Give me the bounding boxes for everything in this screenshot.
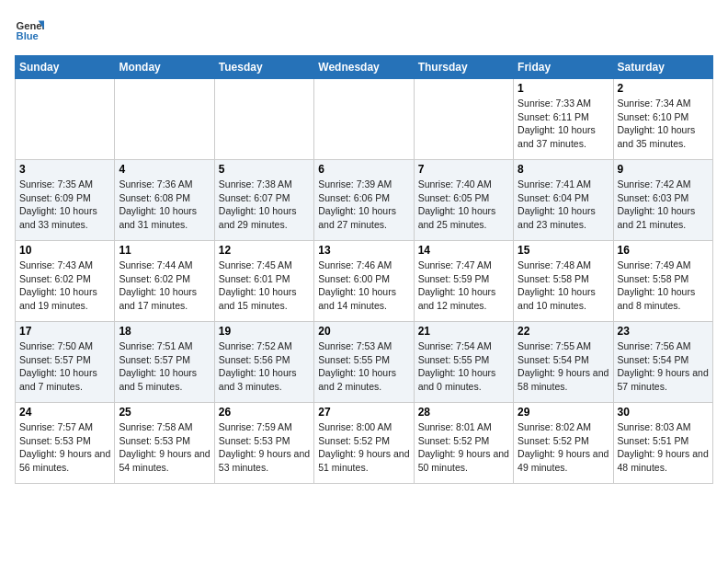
day-cell: 1Sunrise: 7:33 AM Sunset: 6:11 PM Daylig… bbox=[514, 79, 613, 160]
weekday-header-saturday: Saturday bbox=[613, 56, 712, 79]
day-cell: 29Sunrise: 8:02 AM Sunset: 5:52 PM Dayli… bbox=[514, 403, 613, 484]
day-number: 28 bbox=[418, 406, 509, 419]
day-cell: 28Sunrise: 8:01 AM Sunset: 5:52 PM Dayli… bbox=[414, 403, 513, 484]
week-row-5: 24Sunrise: 7:57 AM Sunset: 5:53 PM Dayli… bbox=[16, 403, 713, 484]
day-number: 6 bbox=[318, 163, 409, 176]
day-cell: 3Sunrise: 7:35 AM Sunset: 6:09 PM Daylig… bbox=[16, 160, 115, 241]
day-info: Sunrise: 8:02 AM Sunset: 5:52 PM Dayligh… bbox=[518, 420, 609, 475]
day-info: Sunrise: 7:59 AM Sunset: 5:53 PM Dayligh… bbox=[219, 420, 310, 475]
week-row-2: 3Sunrise: 7:35 AM Sunset: 6:09 PM Daylig… bbox=[16, 160, 713, 241]
day-number: 4 bbox=[119, 163, 210, 176]
day-info: Sunrise: 7:56 AM Sunset: 5:54 PM Dayligh… bbox=[618, 339, 709, 394]
weekday-header-wednesday: Wednesday bbox=[314, 56, 414, 79]
day-info: Sunrise: 7:42 AM Sunset: 6:03 PM Dayligh… bbox=[618, 178, 709, 232]
day-number: 2 bbox=[618, 82, 709, 95]
day-cell: 26Sunrise: 7:59 AM Sunset: 5:53 PM Dayli… bbox=[214, 403, 313, 484]
day-info: Sunrise: 7:49 AM Sunset: 5:58 PM Dayligh… bbox=[618, 259, 709, 313]
day-number: 10 bbox=[19, 244, 110, 257]
day-number: 5 bbox=[219, 163, 310, 176]
day-cell: 5Sunrise: 7:38 AM Sunset: 6:07 PM Daylig… bbox=[214, 160, 313, 241]
day-cell: 20Sunrise: 7:53 AM Sunset: 5:55 PM Dayli… bbox=[314, 322, 414, 403]
day-number: 9 bbox=[618, 163, 709, 176]
day-cell: 23Sunrise: 7:56 AM Sunset: 5:54 PM Dayli… bbox=[613, 322, 712, 403]
day-cell: 18Sunrise: 7:51 AM Sunset: 5:57 PM Dayli… bbox=[115, 322, 214, 403]
logo: General Blue bbox=[15, 15, 48, 44]
day-number: 19 bbox=[219, 325, 310, 338]
day-info: Sunrise: 7:54 AM Sunset: 5:55 PM Dayligh… bbox=[418, 339, 509, 394]
day-info: Sunrise: 7:41 AM Sunset: 6:04 PM Dayligh… bbox=[518, 178, 609, 232]
day-info: Sunrise: 7:57 AM Sunset: 5:53 PM Dayligh… bbox=[19, 420, 110, 475]
day-info: Sunrise: 7:50 AM Sunset: 5:57 PM Dayligh… bbox=[19, 339, 110, 394]
day-number: 3 bbox=[19, 163, 110, 176]
day-number: 11 bbox=[119, 244, 210, 257]
day-cell: 4Sunrise: 7:36 AM Sunset: 6:08 PM Daylig… bbox=[115, 160, 214, 241]
logo-icon: General Blue bbox=[15, 15, 44, 44]
day-info: Sunrise: 7:51 AM Sunset: 5:57 PM Dayligh… bbox=[119, 339, 210, 394]
day-number: 18 bbox=[119, 325, 210, 338]
day-info: Sunrise: 7:48 AM Sunset: 5:58 PM Dayligh… bbox=[518, 259, 609, 313]
day-number: 15 bbox=[518, 244, 609, 257]
day-number: 20 bbox=[318, 325, 409, 338]
day-cell: 25Sunrise: 7:58 AM Sunset: 5:53 PM Dayli… bbox=[115, 403, 214, 484]
day-cell: 6Sunrise: 7:39 AM Sunset: 6:06 PM Daylig… bbox=[314, 160, 414, 241]
week-row-3: 10Sunrise: 7:43 AM Sunset: 6:02 PM Dayli… bbox=[16, 241, 713, 322]
day-cell: 10Sunrise: 7:43 AM Sunset: 6:02 PM Dayli… bbox=[16, 241, 115, 322]
weekday-header-thursday: Thursday bbox=[414, 56, 513, 79]
day-number: 21 bbox=[418, 325, 509, 338]
day-number: 24 bbox=[19, 406, 110, 419]
day-info: Sunrise: 7:39 AM Sunset: 6:06 PM Dayligh… bbox=[318, 178, 409, 232]
day-number: 7 bbox=[418, 163, 509, 176]
week-row-4: 17Sunrise: 7:50 AM Sunset: 5:57 PM Dayli… bbox=[16, 322, 713, 403]
day-cell: 19Sunrise: 7:52 AM Sunset: 5:56 PM Dayli… bbox=[214, 322, 313, 403]
day-info: Sunrise: 7:34 AM Sunset: 6:10 PM Dayligh… bbox=[618, 97, 709, 151]
day-cell: 21Sunrise: 7:54 AM Sunset: 5:55 PM Dayli… bbox=[414, 322, 513, 403]
day-number: 27 bbox=[318, 406, 409, 419]
day-number: 14 bbox=[418, 244, 509, 257]
weekday-header-sunday: Sunday bbox=[16, 56, 115, 79]
day-number: 17 bbox=[19, 325, 110, 338]
day-cell: 17Sunrise: 7:50 AM Sunset: 5:57 PM Dayli… bbox=[16, 322, 115, 403]
day-info: Sunrise: 7:53 AM Sunset: 5:55 PM Dayligh… bbox=[318, 339, 409, 394]
calendar-table: SundayMondayTuesdayWednesdayThursdayFrid… bbox=[15, 55, 713, 484]
week-row-1: 1Sunrise: 7:33 AM Sunset: 6:11 PM Daylig… bbox=[16, 79, 713, 160]
weekday-header-monday: Monday bbox=[115, 56, 214, 79]
day-number: 26 bbox=[219, 406, 310, 419]
day-cell: 13Sunrise: 7:46 AM Sunset: 6:00 PM Dayli… bbox=[314, 241, 414, 322]
weekday-header-friday: Friday bbox=[514, 56, 613, 79]
day-number: 13 bbox=[318, 244, 409, 257]
day-number: 12 bbox=[219, 244, 310, 257]
day-number: 30 bbox=[618, 406, 709, 419]
day-number: 23 bbox=[618, 325, 709, 338]
day-info: Sunrise: 7:33 AM Sunset: 6:11 PM Dayligh… bbox=[518, 97, 609, 151]
day-cell bbox=[214, 79, 313, 160]
day-cell: 22Sunrise: 7:55 AM Sunset: 5:54 PM Dayli… bbox=[514, 322, 613, 403]
day-cell: 16Sunrise: 7:49 AM Sunset: 5:58 PM Dayli… bbox=[613, 241, 712, 322]
day-cell: 7Sunrise: 7:40 AM Sunset: 6:05 PM Daylig… bbox=[414, 160, 513, 241]
day-cell bbox=[314, 79, 414, 160]
day-cell: 9Sunrise: 7:42 AM Sunset: 6:03 PM Daylig… bbox=[613, 160, 712, 241]
day-cell bbox=[115, 79, 214, 160]
day-number: 25 bbox=[119, 406, 210, 419]
day-info: Sunrise: 8:00 AM Sunset: 5:52 PM Dayligh… bbox=[318, 420, 409, 475]
day-info: Sunrise: 7:55 AM Sunset: 5:54 PM Dayligh… bbox=[518, 339, 609, 394]
day-info: Sunrise: 7:45 AM Sunset: 6:01 PM Dayligh… bbox=[219, 259, 310, 313]
day-number: 8 bbox=[518, 163, 609, 176]
day-number: 22 bbox=[518, 325, 609, 338]
day-info: Sunrise: 7:58 AM Sunset: 5:53 PM Dayligh… bbox=[119, 420, 210, 475]
day-info: Sunrise: 8:03 AM Sunset: 5:51 PM Dayligh… bbox=[618, 420, 709, 475]
day-info: Sunrise: 7:38 AM Sunset: 6:07 PM Dayligh… bbox=[219, 178, 310, 232]
day-cell: 15Sunrise: 7:48 AM Sunset: 5:58 PM Dayli… bbox=[514, 241, 613, 322]
svg-text:Blue: Blue bbox=[17, 30, 39, 41]
day-number: 1 bbox=[518, 82, 609, 95]
day-info: Sunrise: 7:36 AM Sunset: 6:08 PM Dayligh… bbox=[119, 178, 210, 232]
day-info: Sunrise: 7:35 AM Sunset: 6:09 PM Dayligh… bbox=[19, 178, 110, 232]
day-number: 29 bbox=[518, 406, 609, 419]
day-cell bbox=[16, 79, 115, 160]
weekday-header-row: SundayMondayTuesdayWednesdayThursdayFrid… bbox=[16, 56, 713, 79]
day-info: Sunrise: 7:43 AM Sunset: 6:02 PM Dayligh… bbox=[19, 259, 110, 313]
day-info: Sunrise: 8:01 AM Sunset: 5:52 PM Dayligh… bbox=[418, 420, 509, 475]
day-cell: 11Sunrise: 7:44 AM Sunset: 6:02 PM Dayli… bbox=[115, 241, 214, 322]
page-header: General Blue bbox=[15, 15, 713, 44]
day-info: Sunrise: 7:47 AM Sunset: 5:59 PM Dayligh… bbox=[418, 259, 509, 313]
day-cell: 14Sunrise: 7:47 AM Sunset: 5:59 PM Dayli… bbox=[414, 241, 513, 322]
